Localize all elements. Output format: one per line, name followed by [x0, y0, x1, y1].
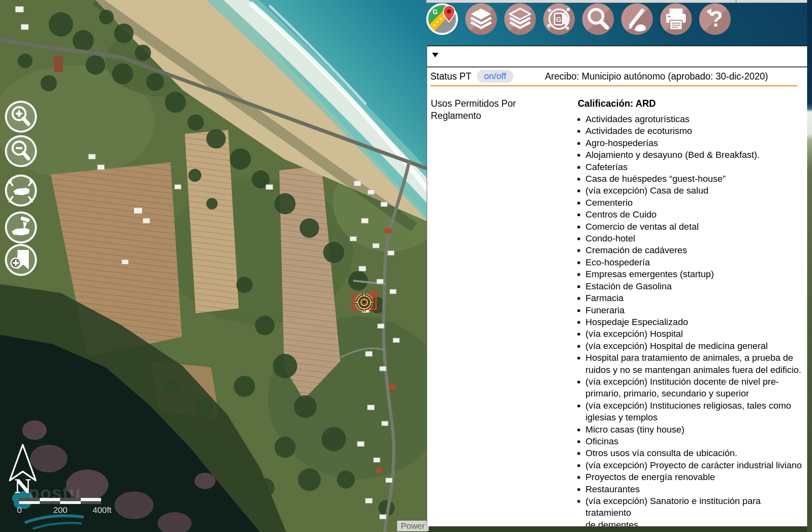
permitted-use-item: (vía excepción) Institución docente de n… — [585, 376, 807, 400]
permitted-use-item: Actividades agroturísticas — [585, 113, 807, 125]
help-button[interactable]: ? — [699, 3, 731, 35]
permitted-use-item: Empresas emergentes (startup) — [585, 268, 807, 280]
draw-button[interactable] — [621, 3, 653, 35]
layers-icon — [465, 3, 497, 35]
uses-section-label: Usos Permitidos Por Reglamento — [427, 97, 565, 526]
permitted-use-item: Proyectos de energía renovable — [585, 471, 807, 483]
search-icon — [582, 3, 614, 35]
classification-heading: Calificación: ARD — [565, 97, 807, 110]
permitted-use-item: (vía excepción) Hospital de medicina gen… — [585, 340, 807, 352]
permitted-use-item: Oficinas — [585, 435, 807, 447]
scale-segment — [40, 498, 60, 501]
svg-text:G: G — [556, 16, 561, 24]
collapse-caret-icon[interactable] — [432, 53, 438, 57]
scale-segment — [81, 498, 102, 501]
permitted-use-item: Otros usos vía consulta de ubicación. — [585, 447, 807, 459]
status-row: Status PT on/off Arecibo: Municipio autó… — [430, 67, 797, 86]
layers-button[interactable] — [465, 3, 497, 35]
scale-segment — [60, 498, 81, 501]
scale-segment — [40, 501, 60, 504]
printer-icon — [660, 3, 692, 35]
layers-alt-button[interactable] — [504, 3, 536, 35]
permitted-use-item: Comercio de ventas al detal — [585, 221, 807, 233]
map-edge-strip — [807, 0, 812, 532]
permitted-use-item: Agro-hospederías — [585, 137, 807, 149]
permitted-use-item: Hospedaje Especializado — [585, 316, 807, 328]
permitted-use-item: Condo-hotel — [585, 233, 807, 244]
zoom-out-icon — [7, 137, 35, 165]
scale-label: 400ft — [93, 505, 112, 515]
scale-segment — [19, 501, 40, 504]
scale-segment — [81, 501, 102, 504]
gis-globe-button[interactable]: G — [543, 3, 575, 35]
island-pin-icon — [7, 213, 35, 241]
permitted-use-item: Actividades de ecoturismo — [585, 125, 807, 137]
full-extent-button[interactable] — [5, 174, 37, 207]
permitted-use-item: Alojamiento y desayuno (Bed & Breakfast)… — [585, 149, 807, 161]
uses-content: Calificación: ARD Actividades agroturíst… — [565, 97, 807, 526]
permitted-use-item: (vía excepción) Proyecto de carácter ind… — [585, 459, 807, 471]
permitted-use-item: Centros de Cuido — [585, 209, 807, 220]
map-attribution: Power — [397, 521, 429, 531]
permitted-use-item: (vía excepción) Casa de salud — [585, 185, 807, 196]
permitted-use-item: Hospital para tratamiento de animales, a… — [585, 352, 807, 376]
permitted-use-item: Estación de Gasolina — [585, 280, 807, 292]
browser-edge-strip — [426, 0, 812, 3]
svg-text:?: ? — [710, 6, 723, 31]
permitted-use-item: Cremación de cadáveres — [585, 244, 807, 256]
google-maps-icon: G — [426, 3, 458, 35]
permitted-use-item: Eco-hospedería — [585, 256, 807, 268]
permitted-use-item: Restaurantes — [585, 483, 807, 495]
permitted-use-item: Cementerio — [585, 197, 807, 209]
scale-bar — [19, 498, 101, 504]
parcel-marker — [352, 293, 376, 312]
municipality-text: Arecibo: Municipio autónomo (aprobado: 3… — [545, 71, 768, 82]
strip-divider — [736, 0, 736, 2]
island-extent-icon — [7, 177, 35, 205]
info-panel: Status PT on/off Arecibo: Municipio autó… — [427, 45, 807, 526]
search-button[interactable] — [582, 3, 614, 35]
uses-section: Usos Permitidos Por Reglamento Calificac… — [427, 86, 807, 526]
pencil-hand-icon — [621, 3, 653, 35]
zoom-in-button[interactable] — [5, 101, 37, 133]
permitted-use-item: Micro casas (tiny house) — [585, 424, 807, 435]
zoom-out-button[interactable] — [5, 135, 37, 167]
zoom-in-icon — [7, 103, 35, 131]
gis-globe-icon: G — [543, 3, 575, 35]
help-icon: ? — [699, 3, 731, 35]
svg-text:G: G — [433, 9, 438, 15]
layers-outline-icon — [504, 3, 536, 35]
scale-segment — [60, 501, 81, 504]
permitted-use-item: (vía excepción) Sanatorio e institución … — [585, 495, 807, 526]
bookmark-button[interactable] — [5, 244, 37, 276]
permitted-uses-list: Actividades agroturísticasActividades de… — [565, 113, 807, 526]
bookmark-add-icon — [7, 246, 35, 274]
island-locate-button[interactable] — [5, 211, 37, 243]
permitted-use-item: Farmacia — [585, 292, 807, 304]
north-label: N — [6, 476, 40, 498]
print-button[interactable] — [660, 3, 692, 35]
permitted-use-item: Casa de huéspedes “guest-house” — [585, 173, 807, 185]
panel-collapse-header[interactable] — [427, 46, 807, 67]
permitted-use-item: Funeraria — [585, 304, 807, 316]
scale-labels: 0 200 400ft — [0, 505, 122, 516]
permitted-use-item: (vía excepción) Instituciones religiosas… — [585, 400, 807, 424]
toolbar: G G — [426, 3, 731, 35]
permitted-use-item: Cafeterías — [585, 161, 807, 173]
permitted-use-item: (vía excepción) Hospital — [585, 328, 807, 340]
scale-label: 0 — [17, 505, 22, 515]
status-label: Status PT — [430, 71, 471, 82]
scale-label: 200 — [53, 505, 67, 515]
google-maps-button[interactable]: G — [426, 3, 458, 35]
scale-segment — [19, 498, 40, 501]
status-toggle[interactable]: on/off — [477, 70, 513, 83]
